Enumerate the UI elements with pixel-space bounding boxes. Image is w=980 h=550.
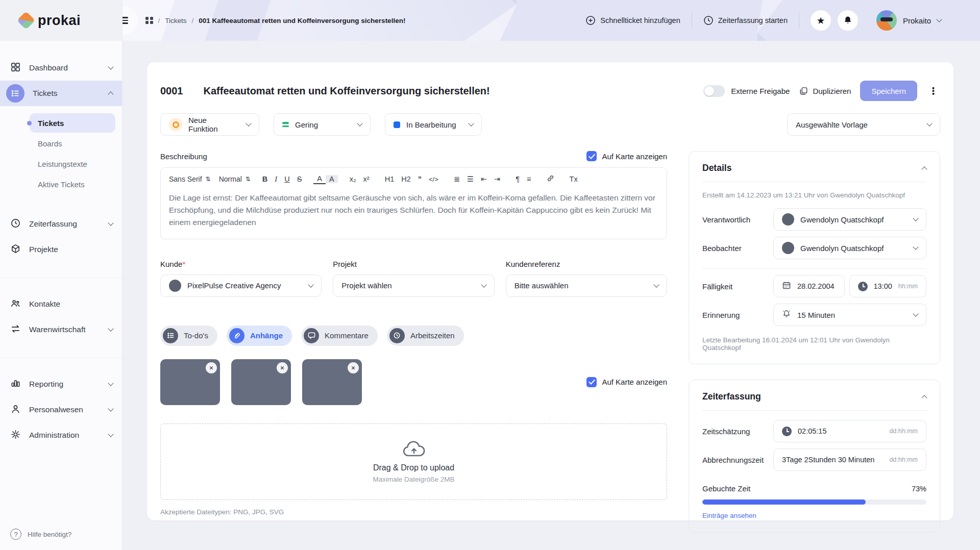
ordered-list-button[interactable]: ≣ bbox=[450, 175, 463, 183]
underline-button[interactable]: U bbox=[281, 175, 293, 183]
user-menu[interactable]: Prokaito bbox=[903, 16, 931, 25]
reminder-select[interactable]: 15 Minuten bbox=[773, 304, 926, 326]
template-select[interactable]: Ausgewählte Vorlage bbox=[787, 113, 940, 136]
tab-todos[interactable]: To-do's bbox=[160, 326, 217, 346]
notifications-button[interactable] bbox=[838, 10, 858, 31]
billing-time-input[interactable]: 3Tage 2Stunden 30 Minuten dd:hh:mm bbox=[773, 448, 926, 471]
collapse-icon[interactable] bbox=[921, 166, 927, 172]
view-entries-link[interactable]: Einträge ansehen bbox=[702, 512, 756, 519]
priority-select[interactable]: Gering bbox=[274, 113, 371, 136]
paragraph-style-select[interactable]: Normal ⇅ bbox=[219, 175, 251, 183]
text-direction-button[interactable]: ¶ bbox=[512, 175, 523, 183]
sidebar-subitem-aktive-tickets[interactable]: Aktive Tickets bbox=[30, 174, 115, 194]
subscript-button[interactable]: x₂ bbox=[346, 175, 360, 183]
more-menu-button[interactable]: ⋮ bbox=[926, 85, 940, 97]
remove-attachment-button[interactable]: ✕ bbox=[277, 362, 288, 373]
bullet-list-button[interactable]: ☰ bbox=[463, 175, 477, 183]
bold-button[interactable]: B bbox=[259, 175, 271, 183]
description-show-on-card-checkbox[interactable]: Auf Karte anzeigen bbox=[586, 151, 667, 161]
attachment-thumbnail[interactable]: ✕ bbox=[302, 359, 362, 405]
estimate-input[interactable]: 02:05:15 dd:hh:mm bbox=[773, 420, 926, 442]
strikethrough-button[interactable]: S bbox=[293, 175, 306, 183]
sidebar-toggle-button[interactable] bbox=[122, 6, 138, 35]
start-timer-label: Zeiterfassung starten bbox=[718, 16, 788, 24]
superscript-button[interactable]: x² bbox=[360, 175, 373, 183]
attachment-thumbnail[interactable]: ✕ bbox=[160, 359, 220, 405]
status-value: In Bearbeitung bbox=[406, 120, 460, 129]
due-time-value: 13:00 bbox=[874, 282, 892, 290]
apps-grid-icon[interactable] bbox=[145, 17, 153, 24]
status-select[interactable]: In Bearbeitung bbox=[385, 113, 482, 136]
tab-worktimes[interactable]: Arbeitszeiten bbox=[387, 326, 464, 346]
due-date-input[interactable]: 28.02.2004 bbox=[773, 275, 845, 297]
chevron-down-icon[interactable] bbox=[936, 16, 942, 22]
text-color-button[interactable]: A bbox=[313, 174, 326, 184]
reference-select[interactable]: Bitte auswählen bbox=[506, 274, 667, 297]
sidebar-item-warenwirtschaft[interactable]: Warenwirtschaft bbox=[0, 317, 122, 342]
tab-attachments[interactable]: Anhänge bbox=[227, 326, 292, 346]
attachments-show-on-card-checkbox[interactable]: Auf Karte anzeigen bbox=[586, 359, 667, 405]
help-button[interactable]: ? Hilfe benötigt? bbox=[10, 529, 71, 540]
ticket-body: Beschreibung Auf Karte anzeigen Sans Ser… bbox=[160, 136, 940, 533]
sidebar-item-tickets[interactable]: Tickets bbox=[0, 81, 122, 106]
clear-format-button[interactable]: Tx bbox=[566, 175, 581, 183]
sidebar-subitem-tickets[interactable]: Tickets bbox=[30, 113, 115, 133]
watcher-select[interactable]: Gwendolyn Quatschkopf bbox=[773, 237, 926, 259]
due-time-input[interactable]: 13:00 hh:mm bbox=[849, 275, 927, 297]
brand-logo-icon bbox=[17, 11, 36, 30]
type-select[interactable]: Neue Funktion bbox=[160, 113, 259, 136]
start-timer-button[interactable]: Zeiterfassung starten bbox=[703, 15, 788, 26]
link-button[interactable] bbox=[543, 174, 558, 184]
responsible-select[interactable]: Gwendolyn Quatschkopf bbox=[773, 208, 926, 231]
tickets-list-icon bbox=[6, 84, 24, 103]
sidebar-item-projekte[interactable]: Projekte bbox=[0, 237, 122, 262]
created-meta: Erstellt am 14.12.2023 um 13:21 Uhr von … bbox=[702, 191, 926, 199]
blockquote-button[interactable]: ” bbox=[414, 175, 425, 183]
customer-select[interactable]: PixelPulse Creative Agency bbox=[160, 274, 322, 297]
sidebar-item-personalwesen[interactable]: Personalwesen bbox=[0, 397, 122, 422]
sidebar-item-label: Zeiterfassung bbox=[29, 219, 101, 229]
project-value: Projekt wählen bbox=[341, 281, 472, 290]
booked-progress-track bbox=[702, 499, 926, 505]
logo[interactable]: prokai bbox=[0, 0, 122, 41]
outdent-button[interactable]: ⇤ bbox=[477, 175, 491, 183]
project-select[interactable]: Projekt wählen bbox=[333, 274, 494, 297]
user-avatar[interactable] bbox=[876, 10, 897, 31]
attachment-thumbnail[interactable]: ✕ bbox=[231, 359, 291, 405]
sidebar-item-zeiterfassung[interactable]: Zeiterfassung bbox=[0, 211, 122, 237]
sidebar-subitem-boards[interactable]: Boards bbox=[30, 134, 115, 153]
sidebar-item-administration[interactable]: Administration bbox=[0, 422, 122, 448]
duration-format-hint: dd:hh:mm bbox=[889, 428, 918, 435]
bell-icon bbox=[843, 15, 853, 26]
italic-button[interactable]: I bbox=[271, 175, 281, 184]
sidebar-subitem-leistungstexte[interactable]: Leistungstexte bbox=[30, 154, 115, 173]
duplicate-button[interactable]: Duplizieren bbox=[799, 86, 851, 96]
ticket-meta-row: Neue Funktion Gering In Bearbeitung bbox=[160, 113, 940, 136]
upload-dropzone[interactable]: Drag & Drop to upload Maximale Dateigröß… bbox=[160, 423, 667, 500]
align-button[interactable]: ≡ bbox=[523, 175, 534, 183]
code-block-button[interactable]: </> bbox=[425, 176, 442, 183]
sidebar-item-reporting[interactable]: Reporting bbox=[0, 371, 122, 397]
remove-attachment-button[interactable]: ✕ bbox=[206, 362, 217, 373]
description-textarea[interactable]: Die Lage ist ernst: Der Kaffeeautomat gi… bbox=[161, 189, 667, 239]
font-family-select[interactable]: Sans Serif ⇅ bbox=[169, 175, 211, 183]
breadcrumb-separator: / bbox=[158, 17, 160, 24]
heading-2-button[interactable]: H2 bbox=[398, 175, 414, 183]
chevron-down-icon bbox=[308, 282, 314, 287]
tab-comments[interactable]: Kommentare bbox=[301, 326, 378, 346]
favorites-button[interactable]: ★ bbox=[811, 10, 831, 31]
indent-button[interactable]: ⇥ bbox=[491, 175, 504, 183]
sidebar-item-kontakte[interactable]: Kontakte bbox=[0, 291, 122, 317]
remove-attachment-button[interactable]: ✕ bbox=[348, 362, 359, 373]
save-button[interactable]: Speichern bbox=[860, 81, 917, 101]
time-tracking-heading: Zeiterfassung bbox=[702, 391, 922, 402]
external-share-toggle[interactable] bbox=[703, 85, 725, 97]
quick-ticket-button[interactable]: Schnellticket hinzufügen bbox=[585, 15, 680, 26]
collapse-icon[interactable] bbox=[921, 395, 927, 401]
breadcrumb-tickets-link[interactable]: Tickets bbox=[165, 17, 186, 24]
highlight-color-button[interactable]: A bbox=[326, 175, 338, 183]
heading-1-button[interactable]: H1 bbox=[381, 175, 398, 183]
ticket-card: 0001 Kaffeeautomat retten und Koffeinver… bbox=[147, 62, 953, 520]
sidebar-item-dashboard[interactable]: Dashboard bbox=[0, 55, 122, 81]
chevron-down-icon bbox=[481, 282, 486, 287]
